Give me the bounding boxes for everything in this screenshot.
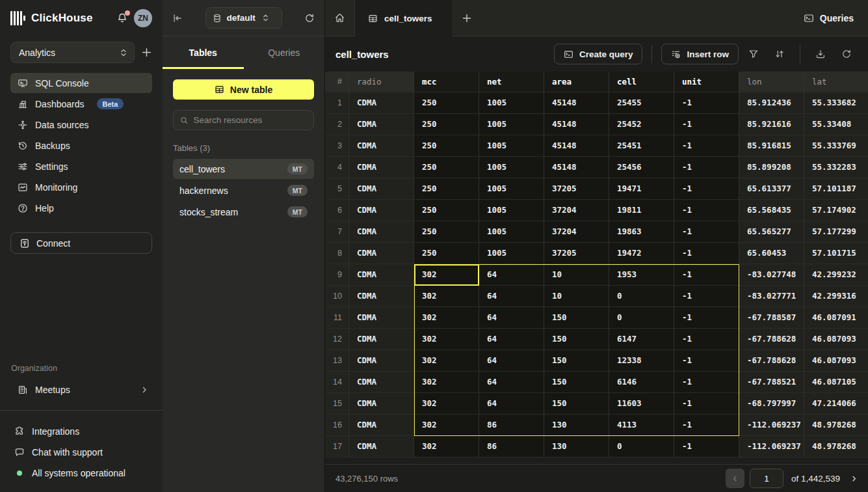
refresh-resources-button[interactable] xyxy=(304,13,315,23)
grid-cell[interactable]: -1 xyxy=(674,393,739,415)
grid-cell[interactable]: 48.978268 xyxy=(804,436,868,458)
clickhouse-logo[interactable]: ClickHouse xyxy=(10,11,93,25)
grid-cell[interactable]: 150 xyxy=(544,307,609,329)
grid-cell[interactable]: 150 xyxy=(544,372,609,393)
grid-cell[interactable]: 57.174902 xyxy=(804,200,868,221)
grid-cell[interactable]: CDMA xyxy=(349,307,414,329)
grid-cell[interactable]: 64 xyxy=(479,307,544,329)
grid-cell[interactable]: CDMA xyxy=(349,200,414,221)
grid-cell[interactable]: -112.069237 xyxy=(739,415,804,436)
tab-tables[interactable]: Tables xyxy=(163,36,244,69)
grid-cell[interactable]: 1005 xyxy=(479,243,544,264)
insert-row-button[interactable]: Insert row xyxy=(661,44,739,64)
grid-cell[interactable]: 1953 xyxy=(609,264,674,286)
grid-cell[interactable]: 250 xyxy=(414,92,479,114)
row-number[interactable]: 12 xyxy=(325,329,349,350)
grid-cell[interactable]: 302 xyxy=(414,393,479,415)
grid-cell[interactable]: -68.797997 xyxy=(739,393,804,415)
column-header-cell[interactable]: cell xyxy=(609,72,674,92)
grid-cell[interactable]: 57.177299 xyxy=(804,221,868,243)
grid-cell[interactable]: -1 xyxy=(674,329,739,350)
grid-cell[interactable]: 25456 xyxy=(609,157,674,178)
grid-cell[interactable]: 86 xyxy=(479,415,544,436)
grid-cell[interactable]: 11603 xyxy=(609,393,674,415)
grid-cell[interactable]: 45148 xyxy=(544,92,609,114)
grid-cell[interactable]: 250 xyxy=(414,135,479,157)
notifications-bell-icon[interactable] xyxy=(116,12,128,24)
grid-cell[interactable]: CDMA xyxy=(349,157,414,178)
grid-cell[interactable]: -1 xyxy=(674,436,739,458)
grid-cell[interactable]: CDMA xyxy=(349,135,414,157)
grid-cell[interactable]: 37205 xyxy=(544,178,609,200)
grid-cell[interactable]: 85.912436 xyxy=(739,92,804,114)
new-tab-button[interactable] xyxy=(452,0,482,36)
grid-cell[interactable]: -1 xyxy=(674,200,739,221)
sidebar-item-system-status[interactable]: All systems operational xyxy=(10,463,152,483)
grid-cell[interactable]: 250 xyxy=(414,157,479,178)
grid-cell[interactable]: 64 xyxy=(479,286,544,307)
grid-cell[interactable]: -67.788628 xyxy=(739,329,804,350)
grid-cell[interactable]: -67.788587 xyxy=(739,307,804,329)
grid-cell[interactable]: CDMA xyxy=(349,436,414,458)
grid-cell[interactable]: 250 xyxy=(414,178,479,200)
page-number-input[interactable] xyxy=(750,469,783,488)
grid-cell[interactable]: 42.299316 xyxy=(804,286,868,307)
grid-cell[interactable]: 6146 xyxy=(609,372,674,393)
grid-cell[interactable]: 46.087105 xyxy=(804,372,868,393)
grid-cell[interactable]: 302 xyxy=(414,329,479,350)
row-number[interactable]: 7 xyxy=(325,221,349,243)
search-input[interactable] xyxy=(194,115,307,125)
grid-cell[interactable]: 1005 xyxy=(479,92,544,114)
grid-cell[interactable]: 302 xyxy=(414,350,479,372)
grid-cell[interactable]: 45148 xyxy=(544,135,609,157)
database-selector[interactable]: default xyxy=(205,7,282,29)
grid-cell[interactable]: -1 xyxy=(674,372,739,393)
avatar[interactable]: ZN xyxy=(134,9,152,27)
workspace-tab-cell-towers[interactable]: cell_towers xyxy=(355,0,452,36)
grid-cell[interactable]: 37204 xyxy=(544,221,609,243)
row-number[interactable]: 15 xyxy=(325,393,349,415)
grid-cell[interactable]: 64 xyxy=(479,264,544,286)
grid-cell[interactable]: 65.568435 xyxy=(739,200,804,221)
sidebar-item-chat-support[interactable]: Chat with support xyxy=(10,443,152,462)
sidebar-item-settings[interactable]: Settings xyxy=(10,156,152,176)
row-number[interactable]: 10 xyxy=(325,286,349,307)
row-number[interactable]: 2 xyxy=(325,114,349,135)
grid-cell[interactable]: 302 xyxy=(414,436,479,458)
grid-cell[interactable]: 150 xyxy=(544,350,609,372)
grid-cell[interactable]: 1005 xyxy=(479,157,544,178)
grid-cell[interactable]: 19811 xyxy=(609,200,674,221)
table-list-item-stocks_stream[interactable]: stocks_streamMT xyxy=(173,202,314,222)
grid-cell[interactable]: CDMA xyxy=(349,243,414,264)
grid-cell[interactable]: 25455 xyxy=(609,92,674,114)
grid-cell[interactable]: -1 xyxy=(674,415,739,436)
column-header-lat[interactable]: lat xyxy=(804,72,868,92)
grid-cell[interactable]: 1005 xyxy=(479,221,544,243)
new-table-button[interactable]: New table xyxy=(173,79,314,100)
row-number[interactable]: 1 xyxy=(325,92,349,114)
tab-queries[interactable]: Queries xyxy=(244,36,325,69)
grid-cell[interactable]: 85.921616 xyxy=(739,114,804,135)
grid-cell[interactable]: 6147 xyxy=(609,329,674,350)
grid-cell[interactable]: 55.333682 xyxy=(804,92,868,114)
grid-cell[interactable]: -1 xyxy=(674,135,739,157)
grid-cell[interactable]: 46.087091 xyxy=(804,307,868,329)
grid-cell[interactable]: -1 xyxy=(674,114,739,135)
grid-cell[interactable]: 46.087093 xyxy=(804,350,868,372)
grid-cell[interactable]: 64 xyxy=(479,393,544,415)
grid-cell[interactable]: 45148 xyxy=(544,114,609,135)
sidebar-item-dashboards[interactable]: Dashboards Beta xyxy=(10,94,152,114)
grid-cell[interactable]: 150 xyxy=(544,329,609,350)
next-page-button[interactable] xyxy=(850,475,858,482)
prev-page-button[interactable] xyxy=(726,469,744,488)
sidebar-item-meetups[interactable]: Meetups xyxy=(10,379,152,400)
grid-cell[interactable]: -112.069237 xyxy=(739,436,804,458)
grid-cell[interactable]: -1 xyxy=(674,307,739,329)
filter-button[interactable] xyxy=(743,44,765,64)
grid-cell[interactable]: CDMA xyxy=(349,350,414,372)
grid-cell[interactable]: 250 xyxy=(414,114,479,135)
grid-cell[interactable]: 0 xyxy=(609,307,674,329)
grid-cell[interactable]: CDMA xyxy=(349,264,414,286)
grid-cell[interactable]: 48.978268 xyxy=(804,415,868,436)
grid-cell[interactable]: 0 xyxy=(609,286,674,307)
